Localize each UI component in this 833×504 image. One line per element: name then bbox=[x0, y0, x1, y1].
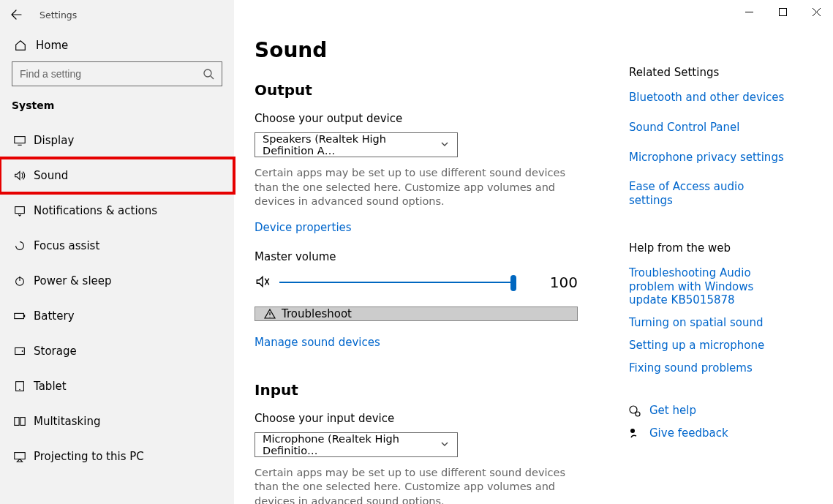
title-bar: Settings bbox=[0, 0, 234, 29]
web-link-fix-sound[interactable]: Fixing sound problems bbox=[629, 361, 789, 375]
master-volume-slider[interactable] bbox=[279, 276, 513, 289]
sidebar-item-projecting[interactable]: Projecting to this PC bbox=[0, 439, 234, 474]
svg-rect-11 bbox=[20, 418, 25, 426]
get-help-icon bbox=[629, 405, 641, 417]
sidebar-item-label: Multitasking bbox=[34, 415, 100, 428]
sidebar-item-home[interactable]: Home bbox=[0, 29, 234, 61]
aside-column: Related Settings Bluetooth and other dev… bbox=[600, 0, 801, 504]
notifications-icon bbox=[13, 204, 34, 217]
sidebar-item-power-sleep[interactable]: Power & sleep bbox=[0, 263, 234, 298]
window-controls bbox=[732, 0, 833, 23]
focus-assist-icon bbox=[13, 239, 34, 252]
sidebar-item-label: Power & sleep bbox=[34, 274, 112, 287]
sidebar-item-sound[interactable]: Sound bbox=[0, 158, 234, 193]
svg-rect-12 bbox=[15, 453, 25, 459]
main-column: Sound Output Choose your output device S… bbox=[234, 0, 600, 504]
input-device-select[interactable]: Microphone (Realtek High Definitio… bbox=[255, 432, 458, 457]
sidebar-item-storage[interactable]: Storage bbox=[0, 334, 234, 369]
web-heading: Help from the web bbox=[629, 241, 789, 255]
tablet-icon bbox=[13, 380, 34, 393]
feedback-icon bbox=[629, 427, 641, 439]
svg-point-16 bbox=[630, 429, 635, 433]
sidebar-item-focus-assist[interactable]: Focus assist bbox=[0, 228, 234, 263]
svg-rect-10 bbox=[15, 418, 19, 426]
sidebar-item-label: Sound bbox=[34, 169, 68, 182]
related-link-microphone-privacy[interactable]: Microphone privacy settings bbox=[629, 151, 789, 165]
sidebar-item-label: Focus assist bbox=[34, 239, 99, 252]
svg-rect-2 bbox=[15, 207, 25, 214]
projecting-icon bbox=[13, 450, 34, 463]
maximize-icon bbox=[779, 8, 787, 16]
web-link-spatial-sound[interactable]: Turning on spatial sound bbox=[629, 316, 789, 330]
close-button[interactable] bbox=[799, 0, 833, 23]
home-icon bbox=[14, 39, 33, 52]
input-choose-label: Choose your input device bbox=[255, 412, 578, 425]
svg-point-7 bbox=[22, 350, 23, 352]
give-feedback-link[interactable]: Give feedback bbox=[649, 426, 728, 440]
sound-icon bbox=[13, 169, 34, 182]
web-link-troubleshoot-audio[interactable]: Troubleshooting Audio problem with Windo… bbox=[629, 266, 789, 307]
sidebar-nav: Display Sound Notifications & actions Fo… bbox=[0, 123, 234, 474]
battery-icon bbox=[13, 309, 34, 323]
svg-point-15 bbox=[636, 412, 640, 416]
mute-icon[interactable] bbox=[255, 274, 279, 292]
svg-rect-1 bbox=[15, 137, 25, 143]
close-icon bbox=[813, 8, 821, 16]
sidebar-section-label: System bbox=[0, 99, 234, 111]
chevron-down-icon bbox=[440, 139, 450, 151]
sidebar-item-tablet[interactable]: Tablet bbox=[0, 369, 234, 404]
related-link-ease-of-access[interactable]: Ease of Access audio settings bbox=[629, 180, 789, 208]
output-choose-label: Choose your output device bbox=[255, 112, 578, 125]
page-title: Sound bbox=[255, 38, 578, 62]
related-link-bluetooth[interactable]: Bluetooth and other devices bbox=[629, 91, 789, 105]
sidebar-item-battery[interactable]: Battery bbox=[0, 298, 234, 334]
master-volume-label: Master volume bbox=[255, 250, 578, 263]
sidebar-item-label: Battery bbox=[34, 309, 75, 323]
master-volume-value: 100 bbox=[550, 274, 578, 291]
related-link-sound-control-panel[interactable]: Sound Control Panel bbox=[629, 121, 789, 135]
warning-icon bbox=[264, 308, 276, 320]
output-device-select[interactable]: Speakers (Realtek High Definition A… bbox=[255, 132, 458, 157]
chevron-down-icon bbox=[440, 439, 450, 451]
svg-rect-4 bbox=[15, 313, 24, 318]
svg-rect-13 bbox=[779, 8, 786, 15]
sidebar-item-label: Display bbox=[34, 134, 74, 147]
input-device-value: Microphone (Realtek High Definitio… bbox=[263, 433, 432, 456]
search-box[interactable] bbox=[12, 61, 222, 86]
multitasking-icon bbox=[13, 415, 34, 428]
output-device-value: Speakers (Realtek High Definition A… bbox=[263, 133, 432, 157]
output-heading: Output bbox=[255, 81, 578, 99]
get-help-link[interactable]: Get help bbox=[649, 404, 696, 418]
related-heading: Related Settings bbox=[629, 66, 789, 79]
app-title: Settings bbox=[39, 10, 77, 20]
search-icon bbox=[203, 68, 214, 82]
back-button[interactable] bbox=[10, 9, 35, 20]
power-icon bbox=[13, 274, 34, 287]
search-input[interactable] bbox=[20, 68, 214, 80]
get-help-row[interactable]: Get help bbox=[629, 404, 789, 418]
sidebar-item-label: Projecting to this PC bbox=[34, 450, 144, 463]
svg-rect-5 bbox=[23, 315, 25, 317]
svg-point-9 bbox=[19, 389, 20, 390]
back-arrow-icon bbox=[10, 9, 22, 20]
device-properties-link[interactable]: Device properties bbox=[255, 221, 578, 234]
troubleshoot-button[interactable]: Troubleshoot bbox=[255, 306, 578, 321]
sidebar: Settings Home System Display Sound bbox=[0, 0, 234, 504]
manage-sound-devices-link[interactable]: Manage sound devices bbox=[255, 336, 578, 349]
minimize-button[interactable] bbox=[732, 0, 766, 23]
minimize-icon bbox=[745, 8, 753, 16]
sidebar-item-label: Tablet bbox=[34, 380, 67, 393]
sidebar-item-multitasking[interactable]: Multitasking bbox=[0, 404, 234, 439]
web-link-setup-microphone[interactable]: Setting up a microphone bbox=[629, 339, 789, 353]
sidebar-item-notifications[interactable]: Notifications & actions bbox=[0, 193, 234, 228]
svg-point-0 bbox=[204, 69, 211, 77]
sidebar-item-label: Storage bbox=[34, 345, 77, 358]
input-heading: Input bbox=[255, 381, 578, 399]
sidebar-item-label: Notifications & actions bbox=[34, 204, 157, 217]
sidebar-item-display[interactable]: Display bbox=[0, 123, 234, 158]
storage-icon bbox=[13, 345, 34, 358]
give-feedback-row[interactable]: Give feedback bbox=[629, 426, 789, 440]
home-label: Home bbox=[36, 39, 68, 52]
maximize-button[interactable] bbox=[766, 0, 799, 23]
input-help-text: Certain apps may be set up to use differ… bbox=[255, 466, 578, 504]
